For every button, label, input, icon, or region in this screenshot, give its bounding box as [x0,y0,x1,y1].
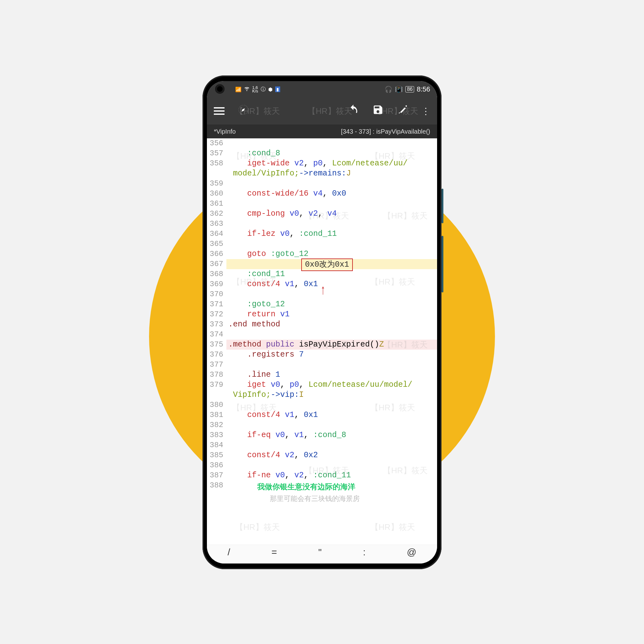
code-line[interactable]: 362 cmp-long v0, v2, v4 [207,209,437,219]
line-number: 387 [207,470,226,480]
line-number: 363 [207,219,226,229]
watermark: 【HR】筱天 [235,522,280,532]
code-line[interactable]: 365 [207,239,437,249]
code-line[interactable]: 378 .line 1 [207,370,437,380]
save-icon[interactable] [372,104,384,118]
menu-icon[interactable] [214,107,225,115]
code-content [226,179,228,189]
wifi-icon [244,86,250,93]
code-content: const/4 v1, 0x1 [226,279,318,289]
code-line[interactable]: 366 goto :goto_12 [207,249,437,259]
compass-icon[interactable] [238,104,249,118]
code-content [226,400,228,410]
code-line[interactable]: 383 if-eq v0, v1, :cond_8 [207,430,437,440]
code-content: const-wide/16 v4, 0x0 [226,189,346,199]
code-line[interactable]: 379 iget v0, p0, Lcom/netease/uu/model/ [207,380,437,390]
code-line[interactable]: 386 [207,460,437,470]
code-line[interactable]: VipInfo;->vip:I [207,390,437,400]
line-number: 362 [207,209,226,219]
code-content: const/4 v2, 0x2 [226,450,318,460]
code-content: model/VipInfo;->remains:J [226,169,351,179]
status-icon: ⓘ [261,86,266,93]
code-line[interactable]: 360 const-wide/16 v4, 0x0 [207,189,437,199]
key[interactable]: " [318,547,322,558]
line-number: 358 [207,158,226,169]
cursor-location: [343 - 373] : isPayVipAvailable() [341,128,430,135]
code-line[interactable]: 358 iget-wide v2, p0, Lcom/netease/uu/ [207,158,437,169]
line-number: 375 [207,340,226,350]
code-content: :cond_11 [226,269,285,279]
code-content: iget-wide v2, p0, Lcom/netease/uu/ [226,158,408,169]
line-number: 365 [207,239,226,249]
code-content [226,289,228,299]
clock: 8:56 [417,85,430,93]
line-number: 373 [207,319,226,330]
subtitle-line: 我做你银生意没有边际的海洋 [257,482,355,492]
app-toolbar: 【HR】筱天 【HR】筱天 【HR】筱天 [207,97,437,125]
line-number: 370 [207,289,226,299]
code-content: :cond_8 [226,148,280,158]
net-speed-unit: K/s [252,89,258,93]
code-content [226,440,228,450]
line-number: 359 [207,179,226,189]
code-content [226,219,228,229]
line-number: 382 [207,420,226,430]
phone-screen: 📶 1.6 K/s ⓘ ⬢ ▮ 🎧 📳 86 8:56 【HR [207,81,437,563]
code-line[interactable]: 384 [207,440,437,450]
code-content: :goto_12 [226,299,285,309]
code-content [226,330,228,340]
phone-frame: 📶 1.6 K/s ⓘ ⬢ ▮ 🎧 📳 86 8:56 【HR [203,75,441,569]
undo-icon[interactable] [348,104,359,118]
code-content: .method public isPayVipExpired()Z [226,340,384,350]
editor-subbar: *VipInfo [343 - 373] : isPayVipAvailable… [207,125,437,138]
code-content: if-ne v0, v2, :cond_11 [226,470,351,480]
key[interactable]: @ [407,547,416,558]
code-line[interactable]: 372 return v1 [207,309,437,319]
line-number: 367 [207,259,226,269]
code-line[interactable]: 373.end method [207,319,437,330]
key[interactable]: : [363,547,365,558]
code-line[interactable]: 382 [207,420,437,430]
code-editor[interactable]: 356357 :cond_8358 iget-wide v2, p0, Lcom… [207,138,437,545]
line-number: 369 [207,279,226,289]
code-line[interactable]: 359 [207,179,437,189]
status-bar: 📶 1.6 K/s ⓘ ⬢ ▮ 🎧 📳 86 8:56 [207,81,437,97]
line-number: 380 [207,400,226,410]
code-line[interactable]: 361 [207,199,437,209]
code-line[interactable]: 357 :cond_8 [207,148,437,158]
code-line[interactable]: model/VipInfo;->remains:J [207,169,437,179]
key[interactable]: = [271,547,277,558]
watermark: 【HR】筱天 [370,522,415,532]
code-line[interactable]: 375.method public isPayVipExpired()Z [207,340,437,350]
code-line[interactable]: 364 if-lez v0, :cond_11 [207,229,437,239]
wand-icon[interactable] [397,104,408,118]
line-number [207,390,226,400]
code-line[interactable]: 387 if-ne v0, v2, :cond_11 [207,470,437,480]
code-line[interactable]: 363 [207,219,437,229]
arrow-up-icon: ↑ [320,286,325,296]
code-content [226,420,228,430]
code-content [226,259,228,269]
line-number: 378 [207,370,226,380]
code-content [226,199,228,209]
line-number: 384 [207,440,226,450]
side-button [441,236,443,292]
code-line[interactable]: 376 .registers 7 [207,350,437,360]
code-line[interactable]: 380 [207,400,437,410]
line-number: 381 [207,410,226,420]
code-line[interactable]: 377 [207,360,437,370]
key[interactable]: / [228,547,230,558]
code-content [226,460,228,470]
line-number: 368 [207,269,226,279]
code-line[interactable]: 381 const/4 v1, 0x1 [207,410,437,420]
line-number: 366 [207,249,226,259]
overflow-icon[interactable]: ⋮ [421,106,430,116]
code-line[interactable]: 371 :goto_12 [207,299,437,309]
code-line[interactable]: 356 [207,138,437,148]
code-content: goto :goto_12 [226,249,308,259]
code-line[interactable]: 374 [207,330,437,340]
code-line[interactable]: 385 const/4 v2, 0x2 [207,450,437,460]
code-content [226,480,228,491]
line-number: 379 [207,380,226,390]
code-content: .registers 7 [226,350,304,360]
